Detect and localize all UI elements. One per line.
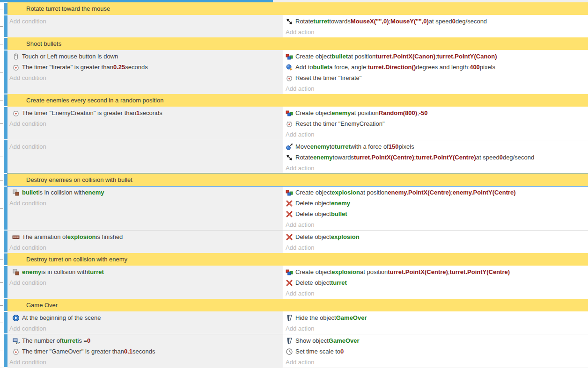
animation-icon — [12, 233, 20, 241]
action-line[interactable]: Delete object turret — [283, 277, 588, 288]
instruction-text: to — [330, 143, 335, 150]
instruction-text: seconds — [140, 109, 162, 116]
object-name: bullet — [22, 189, 38, 196]
add-condition-button[interactable]: Add condition — [7, 141, 283, 152]
add-action-button[interactable]: Add action — [283, 357, 588, 368]
event-selection-strip[interactable] — [4, 51, 7, 94]
parameter-value: turret.PointX(Canon) — [375, 53, 435, 60]
instruction-text: Delete object — [295, 233, 331, 240]
event-selection-strip[interactable] — [4, 94, 7, 106]
action-line[interactable]: Reset the timer "EnemyCreation" — [283, 118, 588, 129]
tree-gutter — [0, 266, 4, 299]
comment-header[interactable]: Destroy turret on collision with enemy — [7, 253, 588, 266]
event-selection-strip[interactable] — [4, 107, 7, 139]
instruction-text: seconds — [132, 348, 155, 355]
comment-header[interactable]: Destroy enemies on collision with bullet — [7, 173, 588, 186]
event-content: bullet is in collision with enemyAdd con… — [7, 186, 588, 230]
add-action-button[interactable]: Add action — [283, 83, 588, 94]
event-selection-strip[interactable] — [4, 299, 7, 311]
event-block: At the beginning of the sceneAdd conditi… — [0, 311, 588, 334]
play-icon — [12, 314, 20, 322]
action-line[interactable]: Delete object enemy — [283, 198, 588, 209]
condition-line[interactable]: Touch or Left mouse button is down — [7, 51, 283, 62]
parameter-value: -50 — [419, 109, 428, 116]
condition-line[interactable]: The timer "firerate" is greater than 0.2… — [7, 62, 283, 72]
collision-icon — [12, 189, 20, 196]
event-selection-strip[interactable] — [4, 253, 7, 265]
condition-line[interactable]: x?The number of turret is = 0 — [7, 335, 283, 346]
instruction-text: Show object — [295, 337, 329, 344]
condition-line[interactable]: bullet is in collision with enemy — [7, 187, 283, 198]
add-condition-button[interactable]: Add condition — [7, 277, 283, 288]
action-line[interactable]: Hide the object GameOver — [283, 312, 588, 323]
instruction-text: The timer "EnemyCreation" is greater tha… — [22, 109, 136, 116]
instruction-text: towards — [329, 18, 351, 25]
add-action-button[interactable]: Add action — [283, 323, 588, 334]
action-line[interactable]: Reset the timer "firerate" — [283, 72, 588, 83]
action-line[interactable]: Rotate enemy towards turret.PointX(Centr… — [283, 152, 588, 163]
event-selection-strip[interactable] — [4, 266, 7, 298]
tree-gutter — [0, 140, 4, 173]
add-action-button[interactable]: Add action — [283, 219, 588, 230]
add-action-button[interactable]: Add action — [283, 27, 588, 37]
comment-header[interactable]: Game Over — [7, 299, 588, 311]
action-line[interactable]: Create object explosion at position turr… — [283, 267, 588, 277]
tree-gutter — [0, 186, 4, 230]
action-line[interactable]: Move enemy to turret with a force of 150… — [283, 141, 588, 152]
time-icon — [286, 348, 293, 355]
instruction-text: degrees and length: — [416, 64, 470, 71]
tree-gutter — [0, 2, 4, 15]
condition-line[interactable]: The timer "EnemyCreation" is greater tha… — [7, 108, 283, 118]
add-action-button[interactable]: Add action — [283, 242, 588, 253]
instruction-text: Delete object — [295, 210, 331, 217]
event-selection-strip[interactable] — [4, 38, 7, 50]
event-selection-strip[interactable] — [4, 140, 7, 173]
delete-icon — [286, 233, 293, 241]
action-line[interactable]: Create object explosion at position enem… — [283, 187, 588, 198]
event-selection-strip[interactable] — [4, 3, 7, 14]
action-line[interactable]: Add to bullet a force, angle: turret.Dir… — [283, 62, 588, 72]
tree-tick — [0, 282, 3, 283]
add-condition-button[interactable]: Add condition — [7, 357, 283, 368]
add-condition-button[interactable]: Add condition — [7, 118, 283, 129]
comment-header[interactable]: Create enemies every second in a random … — [7, 94, 588, 107]
action-line[interactable]: Show object GameOver — [283, 335, 588, 346]
add-action-button[interactable]: Add action — [283, 163, 588, 173]
event-selection-strip[interactable] — [4, 334, 7, 367]
condition-line[interactable]: At the beginning of the scene — [7, 312, 283, 323]
instruction-text: Delete object — [295, 200, 331, 207]
add-condition-button[interactable]: Add condition — [7, 198, 283, 209]
add-condition-button[interactable]: Add condition — [7, 16, 283, 27]
actions-column: Rotate turret towards MouseX("",0);Mouse… — [283, 15, 588, 37]
action-line[interactable]: Create object enemy at position Random(8… — [283, 108, 588, 118]
event-selection-strip[interactable] — [4, 174, 7, 186]
action-line[interactable]: Rotate turret towards MouseX("",0);Mouse… — [283, 16, 588, 27]
event-content: Touch or Left mouse button is downThe ti… — [7, 50, 588, 94]
event-selection-strip[interactable] — [4, 187, 7, 230]
comment-header[interactable]: Rotate turret toward the mouse — [7, 2, 588, 15]
action-line[interactable]: Set time scale to 0 — [283, 346, 588, 357]
tree-gutter — [0, 37, 4, 50]
add-condition-button[interactable]: Add condition — [7, 323, 283, 334]
event-selection-strip[interactable] — [4, 15, 7, 37]
instruction-text: seconds — [125, 64, 147, 71]
event-selection-strip[interactable] — [4, 312, 7, 333]
comment-header[interactable]: Shoot bullets — [7, 37, 588, 50]
parameter-value: turret.Direction() — [368, 64, 416, 71]
condition-line[interactable]: The timer "GameOver" is greater than 0.1… — [7, 346, 283, 357]
add-condition-button[interactable]: Add condition — [7, 72, 283, 83]
condition-line[interactable]: enemy is in collision with turret — [7, 267, 283, 277]
actions-column: Create object explosion at position turr… — [283, 266, 588, 299]
add-condition-button[interactable]: Add condition — [7, 242, 283, 253]
tree-gutter — [0, 15, 4, 37]
event-content: Add conditionRotate turret towards Mouse… — [7, 15, 588, 37]
add-action-button[interactable]: Add action — [283, 288, 588, 299]
event-selection-strip[interactable] — [4, 231, 7, 253]
action-line[interactable]: Delete object explosion — [283, 231, 588, 242]
action-line[interactable]: Delete object bullet — [283, 209, 588, 219]
visibility-icon — [286, 314, 293, 322]
tree-gutter — [0, 230, 4, 253]
add-action-button[interactable]: Add action — [283, 129, 588, 140]
action-line[interactable]: Create object bullet at position turret.… — [283, 51, 588, 62]
condition-line[interactable]: The animation of explosion is finished — [7, 231, 283, 242]
